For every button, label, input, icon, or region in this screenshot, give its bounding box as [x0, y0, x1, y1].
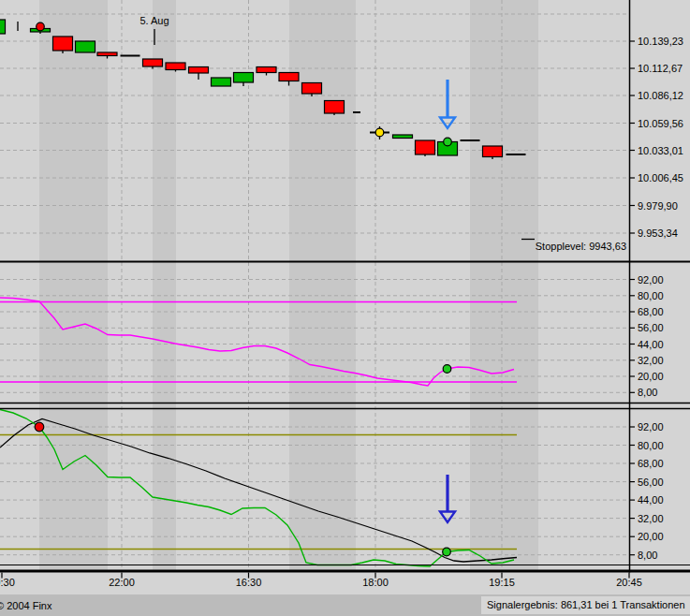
signal-dot [444, 138, 452, 146]
axis-label-indicator-2: 68,00 [638, 458, 664, 469]
signal-dot [375, 128, 384, 137]
axis-label-price: 10.139,23 [638, 36, 683, 47]
axis-label-indicator-1: 8,00 [638, 387, 657, 398]
time-axis-label: 16:30 [236, 577, 262, 588]
time-axis-label: 20:45 [616, 577, 642, 588]
signal-dot [37, 22, 45, 31]
candle-body [302, 83, 322, 95]
signal-dot [443, 365, 451, 374]
signal-dot [443, 548, 451, 556]
candle-body [234, 73, 254, 83]
axis-label-price: 10.112,67 [638, 63, 683, 74]
chart-canvas[interactable]: 10.139,2310.112,6710.086,1210.059,5610.0… [0, 0, 690, 616]
axis-label-indicator-1: 80,00 [638, 290, 664, 301]
axis-label-indicator-2: 80,00 [638, 440, 664, 451]
candle-body [143, 59, 163, 66]
axis-label-indicator-1: 56,00 [638, 322, 664, 333]
session-band [470, 0, 538, 571]
candle-body [279, 73, 299, 81]
candle-body [483, 146, 503, 157]
axis-label-indicator-2: 56,00 [638, 477, 664, 488]
candle-body [97, 52, 117, 56]
axis-label-price: 10.059,56 [638, 118, 683, 129]
axis-label-indicator-2: 32,00 [638, 513, 664, 524]
candle-body [257, 67, 276, 73]
session-band [39, 0, 108, 571]
axis-label-indicator-2: 8,00 [638, 550, 657, 561]
candle-body [189, 67, 209, 74]
axis-label-indicator-2: 20,00 [638, 531, 664, 542]
session-band [289, 0, 356, 571]
axis-label-price: 9.979,90 [638, 200, 678, 212]
axis-label-indicator-1: 68,00 [638, 306, 664, 317]
down-arrow-icon [440, 512, 455, 523]
trading-app-window: 10.139,2310.112,6710.086,1210.059,5610.0… [0, 0, 690, 616]
candle-body [325, 101, 345, 114]
axis-label-indicator-1: 44,00 [638, 339, 664, 350]
session-band [153, 0, 176, 571]
time-axis-label: 20:30 [0, 577, 15, 588]
axis-label-indicator-2: 92,00 [638, 421, 664, 433]
axis-label-indicator-1: 20,00 [638, 371, 664, 382]
axis-label-indicator-1: 32,00 [638, 355, 664, 366]
date-annotation: 5. Aug [134, 15, 175, 26]
time-axis-label: 22:00 [109, 577, 135, 588]
time-axis-label: 18:00 [362, 577, 389, 588]
candle-body [0, 20, 6, 34]
candle-body [393, 135, 413, 139]
stoplevel-annotation: Stopplevel: 9943,63 [536, 241, 626, 252]
signal-dot [35, 422, 44, 432]
candle-body [416, 140, 435, 154]
candle-body [53, 37, 73, 51]
copyright-label: © 2004 Finx [0, 600, 51, 611]
axis-label-price: 9.953,34 [638, 227, 678, 239]
axis-label-indicator-1: 92,00 [638, 274, 664, 286]
axis-label-price: 10.033,01 [638, 145, 683, 156]
axis-label-indicator-2: 44,00 [638, 494, 664, 506]
time-axis-label: 19:15 [489, 577, 515, 588]
signal-result-box: Signalergebnis: 861,31 bei 1 Transaktion… [481, 596, 690, 614]
candle-body [212, 78, 231, 86]
axis-label-price: 10.006,45 [638, 172, 683, 183]
candle-body [76, 41, 95, 52]
candle-body [166, 63, 185, 70]
axis-label-price: 10.086,12 [638, 90, 683, 101]
